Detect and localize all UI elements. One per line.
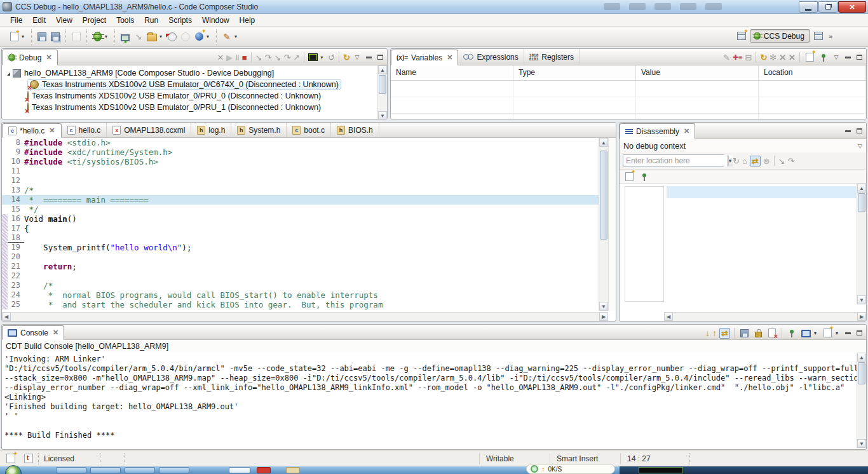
menu-help[interactable]: Help [234,15,261,26]
new-view-icon[interactable] [804,51,815,63]
menu-window[interactable]: Window [197,15,234,26]
disassembly-step-into-icon[interactable]: ↘ [778,157,785,165]
code-line-11[interactable]: 11 [2,166,616,176]
disassembly-horizontal-scrollbar[interactable]: ◀▶ [664,312,866,321]
line-number[interactable]: 24 [8,290,24,300]
taskbar-button-7[interactable] [286,467,300,473]
disassembly-maximize-icon[interactable] [855,127,864,135]
variables-table-body[interactable] [391,81,866,119]
load-program-button[interactable] [146,31,158,43]
menu-scripts[interactable]: Scripts [163,15,197,26]
disassembly-step-over-icon[interactable]: ↷ [787,157,794,165]
open-console-dropdown-icon[interactable]: ▾ [836,330,841,336]
menu-view[interactable]: View [51,15,78,26]
editor-tab-log.h[interactable]: hlog.h [191,123,231,137]
code-line-14[interactable]: 14 * ======== main ======== [2,195,616,205]
minimize-view-icon[interactable] [364,53,373,61]
taskbar-console-button[interactable] [639,467,683,473]
disassembly-vertical-scrollbar[interactable]: ▲▼ [857,184,866,304]
save-button[interactable] [36,31,48,43]
editor-tab-close-icon[interactable]: ✕ [49,126,55,135]
taskbar-button-5[interactable] [229,467,250,473]
assembly-step-into-icon[interactable]: ↘ [274,53,281,62]
step-into-icon[interactable]: ↘ [255,53,262,62]
debug-chip-dropdown-icon[interactable]: ▾ [320,55,325,60]
view-menu-icon[interactable]: ▽ [353,53,362,61]
open-console-icon[interactable] [822,327,833,339]
start-button[interactable] [5,465,22,474]
debug-button[interactable] [92,31,103,43]
connect-target-button[interactable] [119,31,131,43]
code-line-20[interactable]: 20 [2,252,616,262]
load-dropdown-icon[interactable]: ▾ [159,34,165,39]
add-watch-icon[interactable]: ✚≡ [733,54,743,61]
perspective-edit-button[interactable] [813,30,824,42]
open-perspective-button[interactable] [736,30,747,42]
close-button[interactable]: ✕ [838,1,866,13]
line-number[interactable]: 15 [8,205,24,214]
taskbar-button-4[interactable] [159,467,189,473]
status-fast-view-icon[interactable] [6,454,15,463]
disassembly-minimize-icon[interactable] [843,127,852,135]
disassembly-pin-icon[interactable] [639,171,650,182]
tab-expressions[interactable]: Expressions [458,49,524,65]
column-header-name[interactable]: Name [391,65,513,80]
terminate-icon[interactable]: ■ [242,53,247,62]
refresh-variables-icon[interactable]: ↻ [760,53,767,62]
line-number[interactable]: 16 [8,214,24,224]
column-header-location[interactable]: Location [759,65,866,80]
network-speed-widget[interactable]: ↑ 0K/S [526,464,615,474]
code-line-9[interactable]: 9#include <xdc/runtime/System.h> [2,147,616,157]
resume-icon[interactable]: ▶ [226,53,233,62]
editor-tab-System.h[interactable]: hSystem.h [231,123,287,137]
editor-tab-BIOS.h[interactable]: hBIOS.h [331,123,379,137]
line-number[interactable]: 21 [8,262,24,271]
debug-chip-icon[interactable] [308,53,318,61]
line-number[interactable]: 11 [8,166,24,176]
console-maximize-icon[interactable] [855,329,864,337]
perspective-overflow-chevron[interactable]: » [829,32,832,40]
code-line-21[interactable]: 21 return; [2,262,616,271]
location-input[interactable] [623,155,727,166]
display-console-dropdown-icon[interactable]: ▾ [814,330,819,336]
line-number[interactable]: 18 [8,233,24,243]
step-over-icon[interactable]: ↷ [265,53,272,62]
code-editor[interactable]: 8#include <stdio.h>9#include <xdc/runtim… [2,138,616,311]
line-number[interactable]: 19 [8,243,24,252]
refresh-disassembly-icon[interactable]: ↻ [733,157,740,165]
save-console-icon[interactable] [738,327,750,339]
disassembly-content[interactable]: ▲▼ [620,184,866,304]
taskbar-button-6[interactable] [257,467,271,473]
code-line-15[interactable]: 15 */ [2,205,616,214]
tab-disassembly[interactable]: Disassembly ✕ [620,123,695,139]
line-number[interactable]: 8 [8,138,24,147]
new-file-button[interactable] [8,31,20,43]
console-vertical-scrollbar[interactable]: ▲▼ [857,353,866,448]
variables-maximize-icon[interactable] [855,53,864,61]
debug-tree-core-1[interactable]: Texas Instruments XDS100v2 USB Emulator_… [2,91,387,101]
column-header-type[interactable]: Type [513,65,636,80]
perspective-ccs-debug-button[interactable]: CCS Debug [750,29,810,43]
print-button[interactable] [71,31,82,43]
code-line-10[interactable]: 10#include <ti/sysbios/BIOS.h> [2,157,616,166]
taskbar-button-1[interactable] [56,467,86,473]
disassembly-new-view-icon[interactable] [623,171,635,182]
code-line-23[interactable]: 23 /* [2,281,616,290]
new-dropdown-icon[interactable]: ▾ [22,34,27,39]
home-icon[interactable]: ⌂ [742,157,747,165]
tab-variables[interactable]: (x)= Variables ✕ [391,50,458,65]
line-number[interactable]: 20 [8,252,24,262]
clear-console-icon[interactable] [766,327,778,339]
code-line-8[interactable]: 8#include <stdio.h> [2,138,616,147]
line-number[interactable]: 25 [8,300,24,309]
disconnect-icon[interactable]: ✕ [217,53,224,62]
disassembly-tab-close-icon[interactable]: ✕ [684,127,689,135]
scroll-lock-down-icon[interactable]: ↓ [705,328,710,337]
code-line-16[interactable]: 16Void main() [2,214,616,224]
step-into-target-button[interactable]: ↘ [133,31,144,43]
restart-icon[interactable]: ↺ [328,53,335,62]
editor-horizontal-scrollbar[interactable]: ◀▶ [2,312,608,321]
editor-tab-OMAPL138.ccxml[interactable]: xOMAPL138.ccxml [107,123,191,137]
tab-console[interactable]: Console ✕ [2,325,64,340]
code-line-19[interactable]: 19 System_printf("hello world\n"); [2,243,616,252]
